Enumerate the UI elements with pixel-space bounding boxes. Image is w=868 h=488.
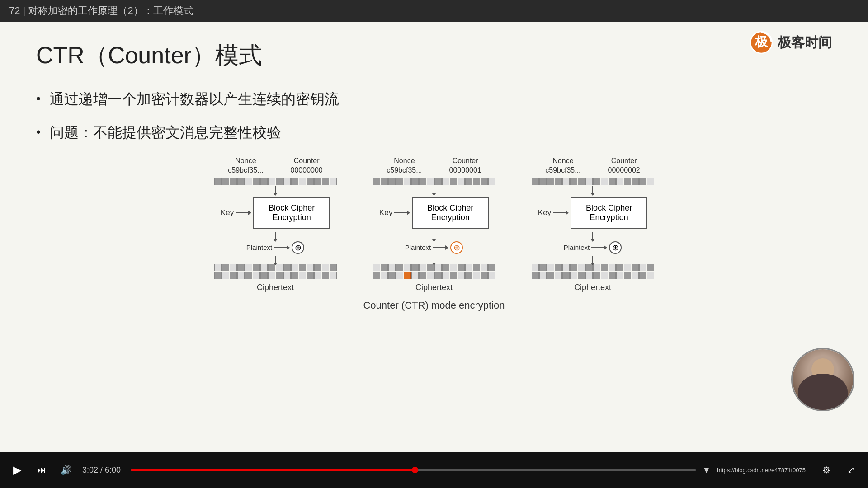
key-label-2: Key: [379, 208, 392, 217]
settings-button[interactable]: ⚙: [818, 462, 835, 478]
ciphertext-label-3: Ciphertext: [574, 283, 611, 292]
bullet-list: • 通过递增一个加密计数器以产生连续的密钥流 • 问题：不能提供密文消息完整性校…: [36, 89, 832, 143]
title-bar: 72 | 对称加密的工作原理（2）：工作模式: [0, 0, 868, 22]
ctr-block-2: Noncec59bcf35... Counter00000001: [373, 156, 495, 292]
input-seg-1: [214, 178, 337, 185]
xor-circle-2: ⊕: [450, 241, 463, 254]
ctr-block-1: Noncec59bcf35... Counter00000000: [214, 156, 337, 292]
volume-icon: 🔊: [61, 465, 72, 475]
play-icon: ▶: [13, 464, 21, 476]
avatar-body: [798, 374, 848, 410]
avatar-placeholder: [793, 349, 853, 410]
logo: 极 极客时间: [750, 31, 832, 54]
bullet-dot-2: •: [36, 123, 41, 141]
fullscreen-button[interactable]: ⤢: [843, 462, 859, 478]
ciphertext-label-1: Ciphertext: [257, 283, 294, 292]
dropdown-button[interactable]: ▾: [704, 464, 709, 476]
slide-title: CTR（Counter）模式: [36, 40, 832, 71]
input-seg-3: [532, 178, 654, 185]
play-button[interactable]: ▶: [9, 462, 25, 478]
plaintext-label-3: Plaintext: [564, 244, 590, 251]
title-bar-text: 72 | 对称加密的工作原理（2）：工作模式: [9, 4, 193, 18]
nonce-counter-row-3: Noncec59bcf35... Counter00000002: [545, 156, 640, 175]
controls-bar: ▶ ⏭ 🔊 3:02 / 6:00 ▾ https://blog.csdn.ne…: [0, 452, 868, 488]
logo-text: 极客时间: [778, 33, 832, 52]
diagram-caption: Counter (CTR) mode encryption: [363, 300, 505, 311]
svg-text:极: 极: [755, 35, 768, 49]
xor-circle-3: ⊕: [609, 241, 622, 254]
block-cipher-box-2: Block CipherEncryption: [412, 197, 489, 229]
nonce-counter-row-2: Noncec59bcf35... Counter00000001: [387, 156, 481, 175]
slide-area: 极 极客时间 CTR（Counter）模式 • 通过递增一个加密计数器以产生连续…: [0, 22, 868, 320]
ctr-diagram: Noncec59bcf35... Counter00000000: [214, 156, 654, 292]
next-button[interactable]: ⏭: [33, 462, 50, 478]
bullet-item-2: • 问题：不能提供密文消息完整性校验: [36, 123, 832, 143]
logo-icon: 极: [750, 31, 773, 54]
ciphertext-seg-1: [214, 272, 337, 279]
block-cipher-box-1: Block CipherEncryption: [253, 197, 330, 229]
bullet-dot-1: •: [36, 89, 41, 107]
chevron-down-icon: ▾: [704, 464, 709, 475]
nonce-label-1: Noncec59bcf35...: [228, 156, 263, 175]
progress-bar[interactable]: [131, 469, 696, 471]
ctr-block-3: Noncec59bcf35... Counter00000002: [532, 156, 654, 292]
nonce-label-3: Noncec59bcf35...: [545, 156, 580, 175]
progress-bar-fill: [131, 469, 415, 471]
key-label-3: Key: [538, 208, 551, 217]
main-content: 72 | 对称加密的工作原理（2）：工作模式 极 极客时间 CTR（Counte…: [0, 0, 868, 452]
nonce-counter-row-1: Noncec59bcf35... Counter00000000: [228, 156, 322, 175]
avatar-container: [791, 348, 854, 411]
counter-label-2: Counter00000001: [449, 156, 481, 175]
ciphertext-seg-2: [373, 272, 495, 279]
bullet-text-2: 问题：不能提供密文消息完整性校验: [50, 123, 281, 143]
ciphertext-label-2: Ciphertext: [415, 283, 453, 292]
progress-dot: [412, 467, 418, 473]
diagram-container: Noncec59bcf35... Counter00000000: [36, 156, 832, 311]
block-cipher-box-3: Block CipherEncryption: [571, 197, 647, 229]
time-display: 3:02 / 6:00: [82, 465, 123, 475]
counter-label-1: Counter00000000: [291, 156, 323, 175]
nonce-label-2: Noncec59bcf35...: [387, 156, 422, 175]
bullet-item-1: • 通过递增一个加密计数器以产生连续的密钥流: [36, 89, 832, 109]
key-label-1: Key: [221, 208, 234, 217]
input-seg-2: [373, 178, 495, 185]
ciphertext-seg-3: [532, 272, 654, 279]
bullet-text-1: 通过递增一个加密计数器以产生连续的密钥流: [50, 89, 339, 109]
volume-button[interactable]: 🔊: [58, 462, 74, 478]
url-display: https://blog.csdn.net/e47871t0075: [717, 467, 806, 474]
plaintext-label-2: Plaintext: [405, 244, 431, 251]
xor-circle-1: ⊕: [292, 241, 304, 254]
plaintext-label-1: Plaintext: [246, 244, 273, 251]
counter-label-3: Counter00000002: [608, 156, 640, 175]
next-icon: ⏭: [37, 465, 46, 475]
